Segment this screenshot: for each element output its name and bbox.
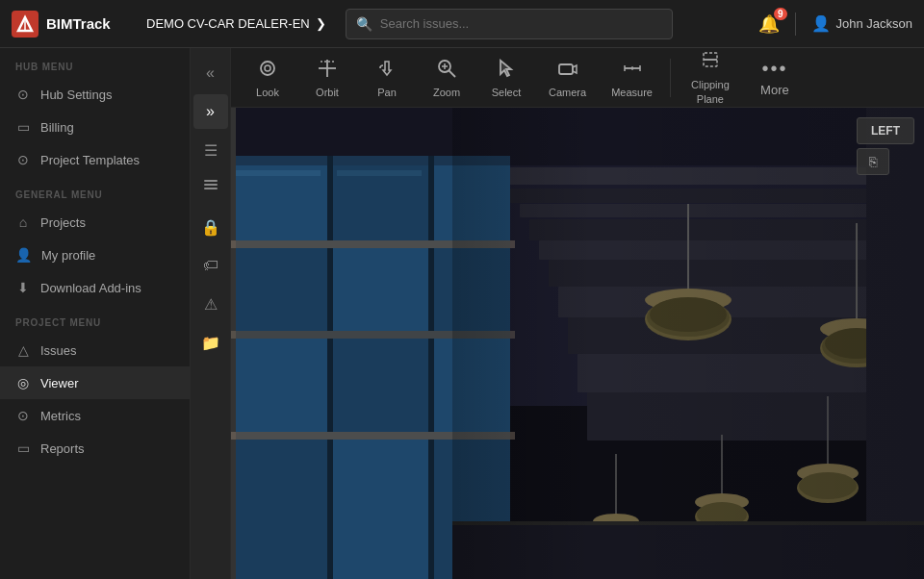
sidebar-item-download-add-ins[interactable]: ⬇ Download Add-ins	[0, 271, 190, 304]
toolbar: Look Orbit	[231, 48, 924, 108]
project-arrow-icon: ❯	[316, 16, 326, 31]
project-menu-label: PROJECT MENU	[0, 304, 190, 334]
lock-button[interactable]: 🔒	[193, 210, 228, 244]
projects-label: Projects	[40, 215, 86, 230]
left-view-button[interactable]: LEFT	[857, 117, 914, 144]
svg-rect-49	[428, 156, 434, 579]
main-layout: HUB MENU ⊙ Hub Settings ▭ Billing ⊙ Proj…	[0, 48, 924, 579]
camera-icon	[557, 58, 578, 84]
sidebar-item-metrics[interactable]: ⊙ Metrics	[0, 399, 190, 432]
scene-container: LEFT ⎘	[231, 108, 924, 579]
svg-rect-55	[337, 170, 422, 176]
svg-rect-90	[452, 108, 924, 579]
topbar-right: 🔔 9 👤 John Jackson	[758, 13, 913, 36]
user-name: John Jackson	[836, 16, 913, 31]
svg-line-11	[449, 70, 456, 77]
topbar-divider	[795, 13, 796, 36]
camera-tool-button[interactable]: Camera	[537, 53, 598, 103]
hub-settings-icon: ⊙	[15, 87, 31, 102]
app-title: BIMTrack	[46, 15, 111, 32]
sidebar-item-hub-settings[interactable]: ⊙ Hub Settings	[0, 78, 190, 111]
svg-rect-37	[332, 165, 428, 242]
project-name-text: DEMO CV-CAR DEALER-EN	[146, 16, 310, 31]
sidebar-item-projects[interactable]: ⌂ Projects	[0, 206, 190, 239]
layers-icon	[202, 178, 219, 199]
notification-badge: 9	[774, 8, 787, 20]
tag-button[interactable]: 🏷	[193, 248, 228, 283]
user-icon: 👤	[811, 14, 831, 33]
svg-rect-43	[332, 339, 428, 435]
collapse-icon: «	[206, 64, 215, 82]
hub-menu-label: HUB MENU	[0, 48, 190, 78]
copy-icon: ⎘	[869, 154, 877, 169]
look-icon	[257, 58, 278, 84]
reports-icon: ▭	[15, 441, 31, 456]
viewer-area: Look Orbit	[231, 48, 924, 579]
svg-rect-40	[332, 247, 428, 334]
warning-button[interactable]: ⚠	[193, 287, 228, 321]
pan-icon	[376, 58, 398, 84]
expand-button[interactable]: »	[193, 94, 228, 129]
svg-rect-4	[204, 180, 218, 182]
metrics-label: Metrics	[40, 409, 81, 423]
issues-label: Issues	[40, 343, 77, 358]
clipping-plane-icon	[700, 49, 721, 75]
sidebar-item-issues[interactable]: △ Issues	[0, 334, 190, 366]
zoom-tool-button[interactable]: Zoom	[418, 53, 475, 103]
orbit-tool-button[interactable]: Orbit	[298, 53, 356, 103]
svg-rect-3	[204, 188, 218, 189]
svg-rect-2	[204, 184, 218, 186]
pan-tool-button[interactable]: Pan	[358, 53, 416, 103]
lock-icon: 🔒	[201, 218, 220, 237]
svg-rect-36	[231, 165, 327, 242]
clipping-plane-button[interactable]: ClippingPlane	[677, 53, 744, 103]
sidebar-item-project-templates[interactable]: ⊙ Project Templates	[0, 143, 190, 176]
viewer-3d[interactable]: LEFT ⎘	[231, 108, 924, 579]
notification-button[interactable]: 🔔 9	[758, 13, 780, 35]
sidebar-item-my-profile[interactable]: 👤 My profile	[0, 239, 190, 271]
folder-button[interactable]: 📁	[193, 325, 228, 360]
look-label: Look	[256, 87, 279, 98]
search-bar[interactable]: 🔍	[346, 9, 673, 39]
search-input[interactable]	[380, 16, 662, 31]
collapse-button[interactable]: «	[193, 56, 228, 90]
my-profile-icon: 👤	[15, 247, 32, 263]
warning-icon: ⚠	[204, 295, 218, 314]
logo-icon	[12, 11, 38, 38]
svg-rect-53	[231, 108, 236, 579]
svg-rect-14	[559, 64, 573, 74]
toolbar-divider	[670, 59, 671, 97]
svg-rect-45	[231, 440, 327, 579]
left-sidebar: HUB MENU ⊙ Hub Settings ▭ Billing ⊙ Proj…	[0, 48, 191, 579]
select-tool-button[interactable]: Select	[477, 53, 535, 103]
logo-area: BIMTrack	[12, 11, 127, 38]
clipping-plane-label: ClippingPlane	[691, 78, 730, 106]
svg-marker-15	[573, 65, 577, 73]
select-icon	[496, 58, 517, 84]
camera-label: Camera	[549, 87, 586, 98]
list-button[interactable]: ☰	[193, 133, 228, 167]
billing-label: Billing	[40, 120, 74, 135]
view-panel: LEFT ⎘	[857, 117, 914, 175]
projects-icon: ⌂	[15, 214, 31, 230]
more-label: More	[760, 83, 789, 97]
user-area[interactable]: 👤 John Jackson	[811, 14, 913, 33]
more-icon: •••	[761, 58, 787, 80]
orbit-label: Orbit	[316, 87, 339, 98]
building-scene	[231, 108, 924, 579]
viewer-icon: ◎	[15, 375, 31, 390]
general-menu-label: GENERAL MENU	[0, 176, 190, 206]
look-tool-button[interactable]: Look	[239, 53, 296, 103]
copy-view-button[interactable]: ⎘	[857, 148, 889, 175]
svg-rect-42	[231, 339, 327, 435]
sidebar-item-viewer[interactable]: ◎ Viewer	[0, 366, 190, 399]
tag-icon: 🏷	[203, 257, 218, 274]
more-button[interactable]: ••• More	[746, 53, 804, 103]
layers-button[interactable]	[193, 171, 228, 206]
measure-tool-button[interactable]: Measure	[600, 53, 664, 103]
sidebar-item-reports[interactable]: ▭ Reports	[0, 432, 190, 465]
project-templates-icon: ⊙	[15, 152, 31, 167]
svg-point-6	[265, 65, 270, 71]
sidebar-item-billing[interactable]: ▭ Billing	[0, 111, 190, 143]
measure-label: Measure	[611, 87, 653, 98]
